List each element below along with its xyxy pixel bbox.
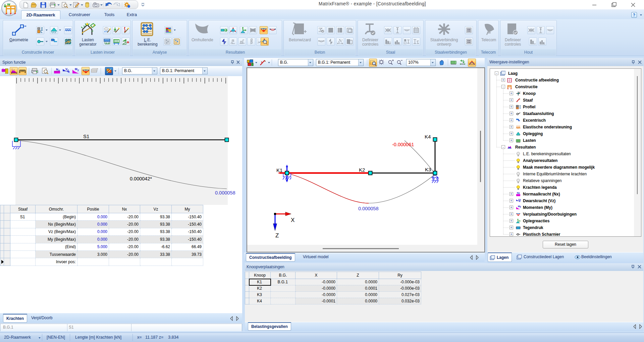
svg-text:My: My [518,205,521,208]
svg-text:N: N [56,68,58,71]
svg-text:y: y [77,69,79,71]
svg-text:-0.000061: -0.000061 [392,142,414,147]
svg-text:x: x [58,69,60,71]
svg-text:K2: K2 [359,167,365,173]
svg-text:X: X [291,217,294,223]
svg-text:0.000042*: 0.000042* [130,176,152,181]
svg-text:z: z [67,69,69,71]
svg-text:K3: K3 [425,167,431,172]
svg-text:M: M [75,67,77,71]
svg-text:S1: S1 [83,133,89,139]
svg-text:Nx: Nx [517,192,520,194]
svg-text:0.000058: 0.000058 [215,190,235,195]
svg-text:Vz: Vz [518,198,521,201]
svg-text:K4: K4 [425,134,431,139]
svg-text:0.000058: 0.000058 [358,206,378,211]
svg-text:Z: Z [275,232,279,239]
svg-text:K1: K1 [276,167,282,173]
